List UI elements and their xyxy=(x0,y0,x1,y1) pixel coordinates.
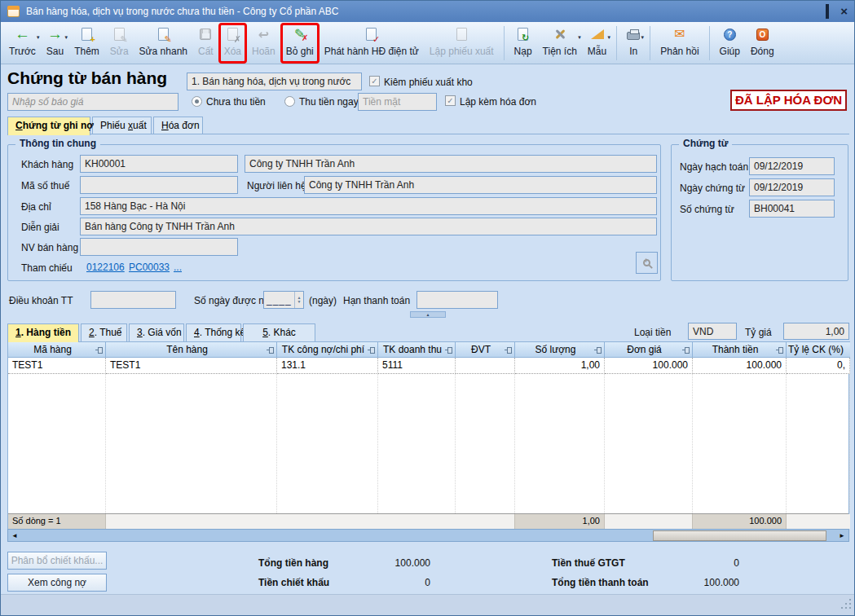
exchange-rate-field[interactable]: 1,00 xyxy=(783,323,849,340)
sales-person-field[interactable] xyxy=(80,238,238,256)
maximize-button[interactable] xyxy=(826,6,829,17)
toolbar-button-cat[interactable]: Cất xyxy=(194,24,218,62)
posting-date-field[interactable]: 09/12/2019 xyxy=(749,157,835,175)
doc-number-field[interactable]: BH00041 xyxy=(749,200,835,218)
toolbar-button-sua[interactable]: ✎ Sửa xyxy=(106,24,133,62)
due-date-field[interactable] xyxy=(416,291,498,309)
payment-terms-field[interactable] xyxy=(90,291,176,309)
doc-type-select[interactable]: 1. Bán hàng hóa, dịch vụ trong nước xyxy=(187,73,362,90)
pin-icon[interactable] xyxy=(593,347,602,354)
tab-thong-ke[interactable]: 4. Thống kê xyxy=(186,323,241,341)
chevron-down-icon[interactable]: ▼ xyxy=(36,35,41,40)
cell-tk-doanh-thu[interactable]: 5111 xyxy=(378,358,456,374)
pin-icon[interactable] xyxy=(681,347,690,354)
chevron-down-icon[interactable]: ▼ xyxy=(64,35,68,40)
tab-khac[interactable]: 5. Khác xyxy=(243,323,315,341)
view-debt-button[interactable]: Xem công nợ xyxy=(7,574,107,592)
close-button[interactable]: × xyxy=(840,7,848,15)
scroll-left-icon[interactable]: ◄ xyxy=(11,532,18,539)
column-header-thanh-tien[interactable]: Thành tiền xyxy=(693,341,787,358)
pay-later-radio[interactable] xyxy=(192,96,202,107)
pay-later-label[interactable]: Chưa thu tiền xyxy=(206,95,266,108)
contact-field[interactable]: Công ty TNHH Trần Anh xyxy=(304,176,657,194)
quote-number-input[interactable]: Nhập số báo giá xyxy=(7,93,178,111)
check-icon: ✓ xyxy=(447,96,453,105)
resize-grip[interactable] xyxy=(841,607,843,609)
table-row[interactable]: TEST1 TEST1 131.1 5111 1,00 100.000 100.… xyxy=(8,358,848,374)
collapse-panel-button[interactable]: ▲ xyxy=(410,311,446,318)
cell-dvt[interactable] xyxy=(456,358,515,374)
pin-icon[interactable] xyxy=(266,347,274,354)
tab-thue[interactable]: 2. Thuế xyxy=(81,323,127,341)
pay-now-label[interactable]: Thu tiền ngay xyxy=(299,95,359,108)
toolbar-button-mau[interactable]: Mẫu ▼ xyxy=(584,24,610,62)
cell-ty-le-ck[interactable]: 0, xyxy=(787,358,850,374)
toolbar-button-phan-hoi[interactable]: ✉ Phản hồi xyxy=(656,24,703,62)
detail-tabs: 1. Hàng tiền 2. Thuế 3. Giá vốn 4. Thống… xyxy=(7,323,315,342)
chevron-down-icon[interactable]: ▼ xyxy=(577,35,582,40)
credit-days-stepper[interactable]: ____ ▲▼ xyxy=(263,291,304,309)
description-field[interactable]: Bán hàng Công ty TNHH Trần Anh xyxy=(80,218,657,235)
tab-chung-tu-ghi-no[interactable]: Chứng từ ghi nợ xyxy=(7,117,90,135)
toolbar-button-phat-hanh-hd-dien-tu[interactable]: ✓ Phát hành HĐ điện tử xyxy=(320,24,423,62)
currency-field[interactable]: VND xyxy=(688,323,737,340)
reference-link-more[interactable]: ... xyxy=(174,262,182,273)
scroll-right-icon[interactable]: ► xyxy=(839,532,845,539)
cell-so-luong[interactable]: 1,00 xyxy=(515,358,605,374)
scrollbar-thumb[interactable] xyxy=(653,530,826,541)
customer-name-field[interactable]: Công ty TNHH Trần Anh xyxy=(245,155,657,173)
toolbar-button-giup[interactable]: ? Giúp xyxy=(716,24,744,62)
export-slip-checkbox[interactable]: ✓ xyxy=(369,76,380,86)
tab-phieu-xuat[interactable]: Phiếu xuất xyxy=(92,117,152,134)
column-header-ty-le-ck[interactable]: Tỷ lệ CK (%) xyxy=(787,341,850,358)
allocate-discount-button[interactable]: Phân bổ chiết khấu... xyxy=(7,552,107,570)
horizontal-scrollbar[interactable]: ◄ ► xyxy=(7,529,849,542)
cell-don-gia[interactable]: 100.000 xyxy=(605,358,693,374)
pin-icon[interactable] xyxy=(775,347,783,354)
tab-hoa-don[interactable]: Hóa đơn xyxy=(153,117,203,134)
column-header-so-luong[interactable]: Số lượng xyxy=(515,341,605,358)
toolbar-button-tien-ich[interactable]: Tiện ích ▼ xyxy=(539,24,581,62)
pin-icon[interactable] xyxy=(444,347,452,354)
toolbar-button-in[interactable]: In ▼ xyxy=(623,24,644,62)
toolbar-button-them[interactable]: + Thêm xyxy=(70,24,104,62)
cell-thanh-tien[interactable]: 100.000 xyxy=(693,358,787,374)
toolbar-button-lap-phieu-xuat[interactable]: Lập phiếu xuất xyxy=(425,24,498,62)
pin-icon[interactable] xyxy=(504,347,512,354)
pay-now-radio[interactable] xyxy=(284,96,295,107)
toolbar-button-sua-nhanh[interactable]: ✎ Sửa nhanh xyxy=(135,24,192,62)
column-header-dvt[interactable]: ĐVT xyxy=(456,341,515,358)
tab-gia-von[interactable]: 3. Giá vốn xyxy=(129,323,184,341)
toolbar-button-truoc[interactable]: ← Trước ▼ xyxy=(5,24,40,62)
column-header-tk-doanh-thu[interactable]: TK doanh thu xyxy=(378,341,456,358)
tax-code-field[interactable] xyxy=(80,176,238,194)
toolbar-button-bo-ghi[interactable]: ✎✗ Bỏ ghi xyxy=(282,24,318,62)
reference-link-1[interactable]: 0122106 xyxy=(86,262,125,273)
vat-value: 0 xyxy=(637,557,739,570)
toolbar-button-xoa[interactable]: ✗ Xóa xyxy=(220,24,245,62)
toolbar-button-nap[interactable]: ↻ Nạp xyxy=(510,24,536,62)
toolbar-button-hoan[interactable]: ↩ Hoãn xyxy=(248,24,280,62)
column-header-ma-hang[interactable]: Mã hàng xyxy=(8,341,106,358)
column-header-don-gia[interactable]: Đơn giá xyxy=(605,341,693,358)
lookup-button[interactable] xyxy=(636,252,658,274)
pin-icon[interactable] xyxy=(95,347,103,354)
address-field[interactable]: 158 Hàng Bạc - Hà Nội xyxy=(80,197,657,215)
cell-tk-cong-no[interactable]: 131.1 xyxy=(277,358,378,374)
chevron-down-icon[interactable]: ▼ xyxy=(606,35,611,40)
tab-hang-tien[interactable]: 1. Hàng tiền xyxy=(7,323,79,342)
with-invoice-checkbox[interactable]: ✓ xyxy=(445,95,456,106)
toolbar-button-sau[interactable]: → Sau ▼ xyxy=(42,24,68,62)
spinner-down-icon[interactable]: ▼ xyxy=(297,300,301,304)
column-header-tk-cong-no[interactable]: TK công nợ/chi phí xyxy=(277,341,378,358)
general-info-title: Thông tin chung xyxy=(15,138,100,149)
pin-icon[interactable] xyxy=(367,347,375,354)
toolbar-button-dong[interactable]: O Đóng xyxy=(747,24,778,62)
reference-link-2[interactable]: PC00033 xyxy=(129,262,170,273)
cell-ten-hang[interactable]: TEST1 xyxy=(106,358,277,374)
chevron-down-icon[interactable]: ▼ xyxy=(640,35,645,40)
column-header-ten-hang[interactable]: Tên hàng xyxy=(106,341,277,358)
doc-date-field[interactable]: 09/12/2019 xyxy=(749,178,835,196)
cell-ma-hang[interactable]: TEST1 xyxy=(8,358,106,374)
customer-code-field[interactable]: KH00001 xyxy=(80,155,238,173)
